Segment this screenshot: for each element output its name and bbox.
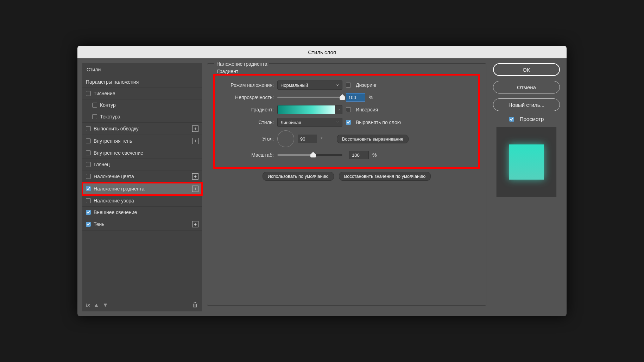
style-checkbox[interactable] xyxy=(92,114,97,119)
chevron-down-icon xyxy=(336,121,339,124)
style-item-10[interactable]: Внешнее свечение xyxy=(82,207,202,218)
style-checkbox[interactable] xyxy=(92,103,97,108)
reverse-checkbox[interactable]: Инверсия xyxy=(346,107,378,112)
opacity-label: Непрозрачность: xyxy=(219,95,274,100)
style-label: Тиснение xyxy=(94,91,115,96)
add-effect-icon[interactable]: + xyxy=(192,173,198,180)
gradient-form: Режим наложения: Нормальный Дизеринг Неп… xyxy=(214,75,479,168)
add-effect-icon[interactable]: + xyxy=(192,138,198,144)
style-label: Наложение градиента xyxy=(94,186,144,192)
opacity-input[interactable] xyxy=(346,93,365,102)
dialog-title: Стиль слоя xyxy=(308,49,336,55)
style-label: Контур xyxy=(100,102,116,108)
style-checkbox[interactable] xyxy=(86,162,91,167)
preview-box xyxy=(497,127,556,197)
sidebar-header: Стили xyxy=(82,63,202,76)
dither-label: Дизеринг xyxy=(356,82,377,88)
dither-checkbox[interactable]: Дизеринг xyxy=(346,82,377,88)
opacity-unit: % xyxy=(369,95,373,100)
blend-mode-value: Нормальный xyxy=(280,83,308,88)
style-item-4[interactable]: Внутренняя тень+ xyxy=(82,135,202,147)
style-checkbox[interactable] xyxy=(86,138,91,143)
style-checkbox[interactable] xyxy=(86,126,91,131)
style-label: Наложение узора xyxy=(94,198,134,203)
style-checkbox[interactable] xyxy=(86,222,91,227)
style-checkbox[interactable] xyxy=(86,198,91,203)
angle-dial[interactable] xyxy=(277,130,294,147)
style-value: Линейная xyxy=(280,120,301,125)
style-label: Внутреннее свечение xyxy=(94,150,143,156)
style-item-9[interactable]: Наложение узора xyxy=(82,195,202,207)
scale-label: Масштаб: xyxy=(219,152,274,158)
align-label: Выровнять по слою xyxy=(356,119,401,125)
layer-style-dialog: Стиль слоя Стили Параметры наложения Тис… xyxy=(77,46,567,316)
style-checkbox[interactable] xyxy=(86,186,91,191)
preview-label: Просмотр xyxy=(520,116,544,122)
scale-input[interactable] xyxy=(349,151,369,159)
cancel-button[interactable]: Отмена xyxy=(493,81,560,93)
style-item-5[interactable]: Внутреннее свечение xyxy=(82,147,202,159)
titlebar: Стиль слоя xyxy=(77,46,567,58)
style-item-8[interactable]: Наложение градиента+ xyxy=(82,183,202,195)
style-checkbox[interactable] xyxy=(86,210,91,215)
angle-label: Угол: xyxy=(219,136,274,142)
gradient-dropdown[interactable] xyxy=(335,105,342,114)
fx-label[interactable]: fx xyxy=(86,302,90,308)
style-label: Наложение цвета xyxy=(94,174,134,179)
chevron-down-icon xyxy=(337,108,341,111)
reset-default-button[interactable]: Восстановить значения по умолчанию xyxy=(339,172,431,181)
move-down-icon[interactable]: ▼ xyxy=(103,302,108,308)
reverse-label: Инверсия xyxy=(356,107,378,112)
style-label: Стиль: xyxy=(219,119,274,125)
style-checkbox[interactable] xyxy=(86,91,91,96)
panel-subtitle: Градиент xyxy=(217,69,479,74)
style-select[interactable]: Линейная xyxy=(277,118,342,127)
add-effect-icon[interactable]: + xyxy=(192,221,198,227)
style-item-3[interactable]: Выполнить обводку+ xyxy=(82,123,202,135)
opacity-slider[interactable] xyxy=(277,97,342,98)
right-column: OK Отмена Новый стиль... Просмотр xyxy=(491,63,562,311)
style-item-7[interactable]: Наложение цвета+ xyxy=(82,170,202,183)
style-checkbox[interactable] xyxy=(86,150,91,155)
chevron-down-icon xyxy=(336,83,339,87)
preview-checkbox[interactable]: Просмотр xyxy=(509,116,544,122)
style-item-2[interactable]: Текстура xyxy=(82,111,202,123)
style-item-1[interactable]: Контур xyxy=(82,99,202,111)
style-item-0[interactable]: Тиснение xyxy=(82,88,202,99)
move-up-icon[interactable]: ▲ xyxy=(94,302,99,308)
style-label: Внутренняя тень xyxy=(94,138,132,144)
style-list: ТиснениеКонтурТекстураВыполнить обводку+… xyxy=(82,88,202,298)
style-checkbox[interactable] xyxy=(86,174,91,179)
scale-unit: % xyxy=(372,152,377,158)
new-style-button[interactable]: Новый стиль... xyxy=(493,98,560,111)
blending-options[interactable]: Параметры наложения xyxy=(82,76,202,88)
scale-slider[interactable] xyxy=(277,154,342,156)
style-label: Тень xyxy=(94,221,105,227)
center-panel: Наложение градиента Градиент Режим налож… xyxy=(207,63,486,311)
sidebar-footer: fx ▲ ▼ 🗑 xyxy=(82,298,202,311)
style-item-11[interactable]: Тень+ xyxy=(82,218,202,231)
add-effect-icon[interactable]: + xyxy=(192,125,198,132)
panel-title: Наложение градиента xyxy=(214,61,269,67)
gradient-label: Градиент: xyxy=(219,107,274,112)
add-effect-icon[interactable]: + xyxy=(192,186,198,192)
style-label: Выполнить обводку xyxy=(94,126,139,131)
align-checkbox[interactable]: Выровнять по слою xyxy=(346,119,401,125)
trash-icon[interactable]: 🗑 xyxy=(192,301,198,309)
blend-mode-label: Режим наложения: xyxy=(219,82,274,88)
blending-label: Параметры наложения xyxy=(86,79,139,85)
blend-mode-select[interactable]: Нормальный xyxy=(277,80,342,90)
style-label: Внешнее свечение xyxy=(94,209,137,215)
angle-input[interactable] xyxy=(298,135,317,143)
gradient-swatch[interactable] xyxy=(277,105,335,114)
make-default-button[interactable]: Использовать по умолчанию xyxy=(263,172,334,181)
style-label: Глянец xyxy=(94,162,110,167)
angle-unit: ° xyxy=(321,136,323,142)
preview-swatch xyxy=(509,144,544,180)
style-item-6[interactable]: Глянец xyxy=(82,159,202,170)
styles-sidebar: Стили Параметры наложения ТиснениеКонтур… xyxy=(82,63,202,311)
ok-button[interactable]: OK xyxy=(493,63,560,76)
reset-align-button[interactable]: Восстановить выравнивание xyxy=(337,135,409,143)
style-label: Текстура xyxy=(100,114,120,119)
